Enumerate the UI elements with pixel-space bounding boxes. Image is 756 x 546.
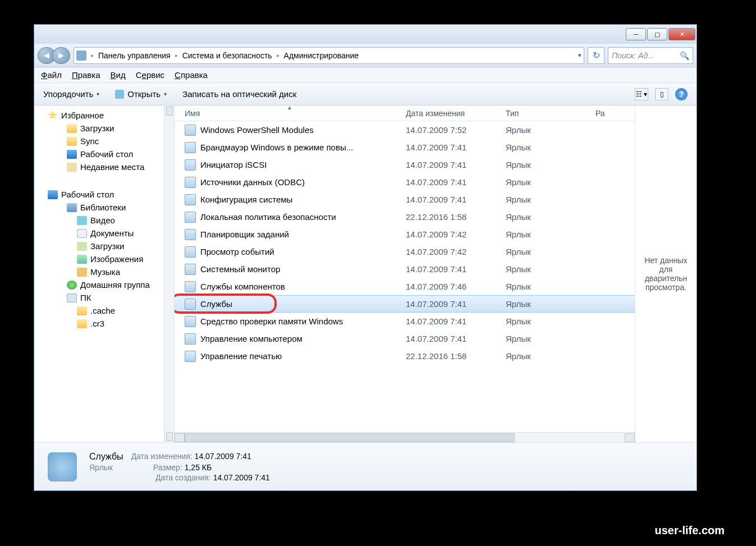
preview-pane: Нет данных для дварительн просмотра. [635, 105, 697, 442]
nav-item[interactable]: Недавние места [45, 160, 171, 173]
sort-indicator-icon: ▲ [287, 104, 292, 111]
maximize-button[interactable]: ▢ [647, 28, 667, 40]
folder-icon [67, 150, 77, 159]
burn-button[interactable]: Записать на оптический диск [182, 89, 296, 99]
desktop-icon [48, 190, 58, 199]
chevron-right-icon: ▸ [175, 52, 178, 58]
file-icon [185, 316, 196, 327]
folder-icon [77, 216, 87, 225]
column-date[interactable]: Дата изменения [406, 109, 506, 118]
file-row[interactable]: Средство проверки памяти Windows14.07.20… [175, 313, 635, 330]
nav-item[interactable]: Изображения [45, 253, 171, 265]
file-row[interactable]: Источники данных (ODBC)14.07.2009 7:41Яр… [175, 173, 635, 191]
refresh-button[interactable]: ↻ [588, 47, 604, 64]
column-type[interactable]: Тип [506, 109, 595, 118]
nav-favorites[interactable]: Избранное [45, 109, 171, 122]
column-name[interactable]: Имя [185, 109, 406, 118]
file-row[interactable]: Локальная политика безопасности22.12.201… [175, 208, 635, 226]
folder-icon [77, 242, 87, 251]
nav-item[interactable]: ПК [45, 291, 171, 304]
nav-item[interactable]: Музыка [45, 265, 171, 278]
file-icon [185, 264, 196, 275]
breadcrumb[interactable]: Панель управления [95, 49, 174, 62]
dropdown-icon[interactable]: ▾ [578, 52, 581, 59]
nav-item[interactable]: Sync [45, 135, 171, 148]
file-icon [185, 125, 196, 136]
breadcrumb[interactable]: Система и безопасность [179, 49, 276, 62]
nav-item[interactable]: Загрузки [45, 240, 171, 253]
scroll-right-icon[interactable] [625, 433, 635, 442]
menu-help[interactable]: Справка [175, 70, 208, 80]
search-icon: 🔍 [680, 51, 689, 60]
scroll-thumb[interactable] [185, 433, 515, 442]
file-row[interactable]: Брандмауэр Windows в режиме повы...14.07… [175, 139, 635, 156]
folder-icon [67, 137, 77, 146]
file-rows: Windows PowerShell Modules14.07.2009 7:5… [175, 121, 635, 432]
explorer-window: ─ ▢ ✕ ◄ ► ▸ Панель управления ▸ Система … [34, 24, 697, 491]
address-bar: ◄ ► ▸ Панель управления ▸ Система и безо… [34, 44, 697, 67]
folder-icon [67, 281, 77, 290]
file-icon [185, 333, 196, 345]
body: Избранное ЗагрузкиSyncРабочий столНедавн… [34, 105, 697, 442]
open-button[interactable]: Открыть [115, 89, 167, 99]
view-options-button[interactable]: ☷ ▾ [635, 88, 648, 100]
scroll-left-icon[interactable] [175, 433, 185, 442]
column-headers: ▲ Имя Дата изменения Тип Ра [175, 105, 635, 121]
open-icon [115, 90, 124, 99]
preview-pane-button[interactable]: ▯ [655, 88, 668, 100]
file-row[interactable]: Просмотр событий14.07.2009 7:42Ярлык [175, 243, 635, 260]
details-icon [48, 452, 77, 481]
file-row[interactable]: Управление компьютером14.07.2009 7:41Ярл… [175, 330, 635, 347]
nav-item[interactable]: Домашняя группа [45, 278, 171, 291]
nav-item[interactable]: Видео [45, 214, 171, 227]
file-row[interactable]: Windows PowerShell Modules14.07.2009 7:5… [175, 121, 635, 139]
file-row[interactable]: Системный монитор14.07.2009 7:41Ярлык [175, 260, 635, 278]
menu-view[interactable]: Вид [111, 70, 126, 80]
address-field[interactable]: ▸ Панель управления ▸ Система и безопасн… [74, 47, 584, 64]
organize-button[interactable]: Упорядочить [43, 89, 99, 99]
nav-scrollbar[interactable] [164, 105, 174, 442]
nav-item[interactable]: Документы [45, 227, 171, 240]
file-icon [185, 142, 196, 153]
nav-item[interactable]: Загрузки [45, 122, 171, 135]
file-row[interactable]: Конфигурация системы14.07.2009 7:41Ярлык [175, 191, 635, 208]
folder-icon [77, 268, 87, 277]
file-row[interactable]: Управление печатью22.12.2016 1:58Ярлык [175, 347, 635, 365]
folder-icon [77, 319, 87, 328]
column-size[interactable]: Ра [595, 109, 635, 118]
folder-icon [67, 124, 77, 133]
minimize-button[interactable]: ─ [626, 28, 646, 40]
main-area: ▲ Имя Дата изменения Тип Ра Windows Powe… [175, 105, 697, 442]
nav-item[interactable]: Рабочий стол [45, 148, 171, 160]
nav-item[interactable]: Библиотеки [45, 201, 171, 214]
menu-file[interactable]: Файл [41, 70, 62, 80]
preview-text: Нет данных для дварительн просмотра. [641, 256, 691, 292]
nav-item[interactable]: .cr3 [45, 317, 171, 330]
help-button[interactable]: ? [675, 88, 688, 100]
forward-button[interactable]: ► [52, 47, 70, 64]
navigation-pane: Избранное ЗагрузкиSyncРабочий столНедавн… [34, 105, 175, 442]
file-row[interactable]: Службы компонентов14.07.2009 7:46Ярлык [175, 278, 635, 295]
file-icon [185, 281, 196, 292]
file-row[interactable]: Службы14.07.2009 7:41Ярлык [175, 295, 635, 313]
file-icon [185, 246, 196, 258]
nav-item[interactable]: .cache [45, 304, 171, 317]
horizontal-scrollbar[interactable] [175, 432, 635, 442]
file-row[interactable]: Планировщик заданий14.07.2009 7:42Ярлык [175, 226, 635, 243]
file-icon [185, 351, 196, 362]
menu-tools[interactable]: Сервис [136, 70, 164, 80]
file-icon [185, 299, 196, 310]
file-icon [185, 194, 196, 205]
folder-icon [77, 255, 87, 264]
file-icon [185, 229, 196, 240]
file-icon [185, 212, 196, 223]
file-icon [185, 177, 196, 188]
search-input[interactable]: Поиск: Ад... 🔍 [608, 47, 693, 64]
file-row[interactable]: Инициатор iSCSI14.07.2009 7:41Ярлык [175, 156, 635, 173]
menu-edit[interactable]: Правка [72, 70, 100, 80]
folder-icon [77, 306, 87, 315]
close-button[interactable]: ✕ [668, 28, 695, 40]
breadcrumb[interactable]: Администрирование [281, 49, 363, 62]
details-subtype: Ярлык [89, 463, 113, 472]
nav-desktop[interactable]: Рабочий стол [45, 188, 171, 201]
